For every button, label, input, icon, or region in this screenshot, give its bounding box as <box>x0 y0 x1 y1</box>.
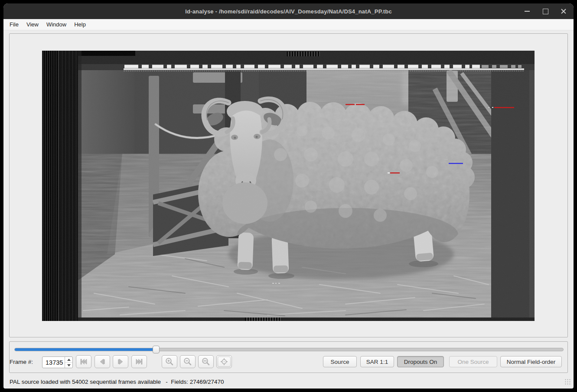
app-window: ld-analyse - /home/sdi/raid/decodes/AIV_… <box>3 3 574 389</box>
zoom-in-icon <box>165 357 174 366</box>
menu-window[interactable]: Window <box>42 19 70 30</box>
spin-up-icon <box>67 359 71 361</box>
previous-frame-button[interactable] <box>95 355 110 368</box>
spin-up-button[interactable] <box>65 357 72 363</box>
next-frame-icon <box>116 357 125 366</box>
skip-to-last-button[interactable] <box>131 355 147 368</box>
status-bar-text: PAL source loaded with 54002 sequential … <box>10 379 224 385</box>
menu-view[interactable]: View <box>23 19 42 30</box>
window-title: ld-analyse - /home/sdi/raid/decodes/AIV_… <box>185 8 392 15</box>
minimize-icon <box>525 11 530 12</box>
window-controls <box>522 3 569 19</box>
previous-frame-icon <box>98 357 107 366</box>
next-frame-button[interactable] <box>113 355 128 368</box>
maximize-button[interactable] <box>540 6 551 17</box>
crosshair-icon <box>219 357 229 366</box>
zoom-original-button[interactable] <box>198 355 214 368</box>
frame-number-input[interactable] <box>42 357 65 368</box>
zoom-in-button[interactable] <box>162 355 177 368</box>
menubar: File View Window Help <box>3 19 574 30</box>
titlebar: ld-analyse - /home/sdi/raid/decodes/AIV_… <box>3 3 574 19</box>
dropouts-toggle-button[interactable]: Dropouts On <box>397 356 444 367</box>
source-button[interactable]: Source <box>323 356 357 367</box>
video-frame-view[interactable] <box>42 51 535 321</box>
resize-grip[interactable] <box>564 379 571 386</box>
frame-slider[interactable] <box>14 348 564 351</box>
zoom-out-icon <box>183 357 192 366</box>
skip-to-last-icon <box>135 357 143 366</box>
zoom-original-icon <box>201 357 211 366</box>
skip-to-first-button[interactable] <box>76 355 91 368</box>
frame-number-spinner <box>65 357 72 368</box>
menu-help[interactable]: Help <box>70 19 90 30</box>
sar-button[interactable]: SAR 1:1 <box>360 356 394 367</box>
skip-to-first-icon <box>79 357 88 366</box>
maximize-icon <box>543 9 548 14</box>
close-icon <box>561 8 567 14</box>
field-order-button[interactable]: Normal Field-order <box>500 356 562 367</box>
one-source-button[interactable]: One Source <box>449 356 497 367</box>
zoom-out-button[interactable] <box>180 355 196 368</box>
frame-slider-handle[interactable] <box>153 346 160 353</box>
frame-number-label: Frame #: <box>10 356 33 369</box>
video-frame-image <box>42 51 535 321</box>
menu-file[interactable]: File <box>6 19 23 30</box>
spin-down-button[interactable] <box>65 363 72 368</box>
frame-number-spinbox <box>42 356 73 368</box>
frame-slider-fill <box>15 348 154 351</box>
spin-down-icon <box>67 364 71 366</box>
minimize-button[interactable] <box>522 6 533 17</box>
dropout-crosshair-toggle[interactable] <box>216 355 232 368</box>
close-button[interactable] <box>558 6 569 17</box>
